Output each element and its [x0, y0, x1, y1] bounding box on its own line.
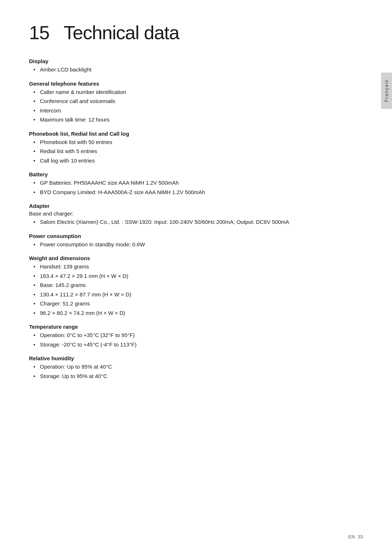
list-item: Storage: -20°C to +45°C (-4°F to 113°F): [29, 341, 348, 349]
phonebook-list: Phonebook list with 50 entries Redial li…: [29, 138, 348, 165]
weight-list: Handset: 139 grams 163.4 × 47.2 × 29.1 m…: [29, 263, 348, 317]
list-item: 130.4 × 111.2 × 87.7 mm (H × W × D): [29, 291, 348, 299]
general-telephone-heading: General telephone features: [29, 81, 348, 87]
footer-lang: EN: [348, 534, 355, 539]
temperature-list: Operation: 0°C to +35°C (32°F to 95°F) S…: [29, 331, 348, 349]
list-item: BYD Company Limited: H-AAA500A-Z size AA…: [29, 188, 348, 197]
list-item: Maximum talk time: 12 hours: [29, 116, 348, 124]
list-item: 96.2 × 80.2 × 74.2 mm (H × W × D): [29, 309, 348, 317]
list-item: Base: 145.2 grams: [29, 281, 348, 290]
battery-list: GP Batteries: PH50AAAHC size AAA NiMH 1.…: [29, 179, 348, 196]
power-heading: Power consumption: [29, 233, 348, 239]
sidebar-tab: Français: [381, 73, 392, 109]
chapter-number: 15: [29, 22, 49, 43]
list-item: Amber LCD backlight: [29, 66, 348, 74]
list-item: Salom Electric (Xiamen) Co., Ltd. : SSW-…: [29, 218, 348, 226]
power-section: Power consumption Power consumption in s…: [29, 233, 348, 249]
phonebook-heading: Phonebook list, Redial list and Call log: [29, 131, 348, 137]
display-heading: Display: [29, 58, 348, 64]
list-item: 163.4 × 47.2 × 29.1 mm (H × W × D): [29, 272, 348, 280]
adapter-heading: Adapter: [29, 203, 348, 209]
general-telephone-section: General telephone features Caller name &…: [29, 81, 348, 124]
footer-page: 33: [358, 534, 363, 539]
list-item: Call log with 10 entries: [29, 157, 348, 165]
list-item: Caller name & number identification: [29, 88, 348, 97]
list-item: Conference call and voicemails: [29, 97, 348, 106]
page-title: 15 Technical data: [29, 22, 348, 44]
temperature-heading: Temperature range: [29, 324, 348, 330]
adapter-section: Adapter Base and charger: Salom Electric…: [29, 203, 348, 226]
phonebook-section: Phonebook list, Redial list and Call log…: [29, 131, 348, 165]
power-list: Power consumption in standby mode: 0.6W: [29, 241, 348, 249]
list-item: GP Batteries: PH50AAAHC size AAA NiMH 1.…: [29, 179, 348, 187]
list-item: Intercom: [29, 107, 348, 115]
sidebar-label: Français: [384, 79, 389, 102]
list-item: Operation: 0°C to +35°C (32°F to 95°F): [29, 331, 348, 340]
list-item: Power consumption in standby mode: 0.6W: [29, 241, 348, 249]
temperature-section: Temperature range Operation: 0°C to +35°…: [29, 324, 348, 349]
adapter-subheading: Base and charger:: [29, 210, 348, 217]
list-item: Handset: 139 grams: [29, 263, 348, 271]
weight-heading: Weight and dimensions: [29, 255, 348, 261]
display-list: Amber LCD backlight: [29, 66, 348, 74]
weight-section: Weight and dimensions Handset: 139 grams…: [29, 255, 348, 317]
display-section: Display Amber LCD backlight: [29, 58, 348, 74]
humidity-list: Operation: Up to 95% at 40°C Storage: Up…: [29, 363, 348, 380]
footer: EN 33: [348, 534, 363, 539]
humidity-heading: Relative humidity: [29, 355, 348, 361]
list-item: Storage: Up to 95% at 40°C: [29, 372, 348, 381]
title-text: Technical data: [64, 22, 179, 43]
list-item: Phonebook list with 50 entries: [29, 138, 348, 147]
humidity-section: Relative humidity Operation: Up to 95% a…: [29, 355, 348, 380]
battery-section: Battery GP Batteries: PH50AAAHC size AAA…: [29, 171, 348, 196]
list-item: Operation: Up to 95% at 40°C: [29, 363, 348, 371]
battery-heading: Battery: [29, 171, 348, 177]
list-item: Redial list with 5 entries: [29, 147, 348, 156]
adapter-list: Salom Electric (Xiamen) Co., Ltd. : SSW-…: [29, 218, 348, 226]
list-item: Charger: 51.2 grams: [29, 300, 348, 308]
page-container: Français 15 Technical data Display Amber…: [0, 0, 392, 554]
general-telephone-list: Caller name & number identification Conf…: [29, 88, 348, 124]
